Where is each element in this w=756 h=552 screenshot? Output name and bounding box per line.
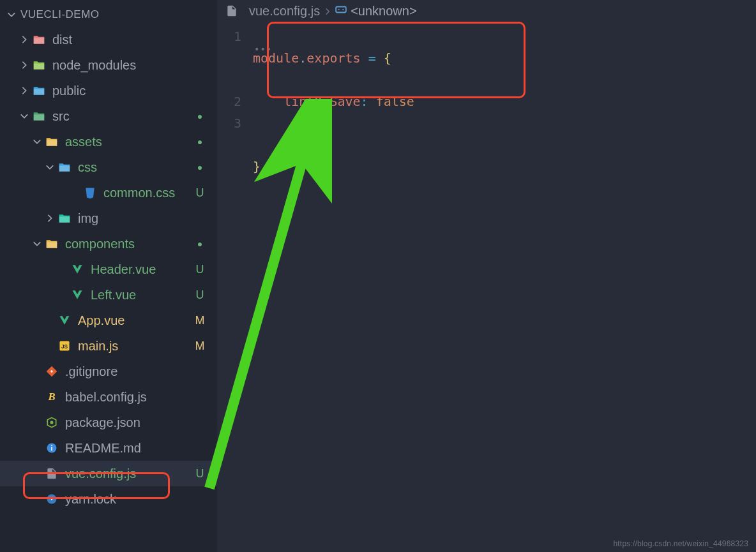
tree-item-label: yarn.lock [65,492,193,507]
tree-item-label: main.js [78,339,193,354]
file-vue-icon [69,288,86,302]
tree-item-label: dist [52,33,193,47]
folder-css-icon [56,160,73,174]
editor: vue.config.js <unknown> ••• 1 module.exp… [217,0,756,552]
tree-item-label: App.vue [78,313,193,328]
tree-item-main-js[interactable]: JSmain.jsM [0,333,217,359]
breadcrumb-file: vue.config.js [249,4,320,19]
code-area[interactable]: ••• 1 module.exports = { 2 lintOnSave: f… [217,22,756,199]
git-status-badge: ● [193,239,207,249]
watermark: https://blog.csdn.net/weixin_44968323 [613,539,748,548]
file-babel-icon: B [43,390,60,404]
file-js-icon: JS [56,339,73,353]
file-config-icon [223,4,240,18]
svg-text:B: B [47,391,55,403]
chevron-down-icon [18,112,31,121]
tree-item--gitignore[interactable]: .gitignore [0,359,217,384]
tree-item-label: Header.vue [91,262,193,277]
git-status-badge: M [193,314,207,327]
file-css-icon [82,186,98,200]
tree-item-components[interactable]: components● [0,231,217,257]
tree-item-label: assets [65,135,193,149]
svg-rect-9 [336,6,346,12]
tree-item-vue-config-js[interactable]: vue.config.jsU [0,461,217,486]
file-git-icon [43,364,60,378]
git-status-badge: ● [193,162,207,172]
folder-assets-icon [43,135,60,149]
breadcrumb[interactable]: vue.config.js <unknown> [217,0,756,22]
folder-public-icon [31,84,47,98]
module-icon [335,4,347,19]
chevron-right-icon [324,4,331,19]
tree-item-label: .gitignore [65,364,193,379]
file-info-icon [43,441,60,455]
chevron-down-icon [43,163,56,172]
chevron-right-icon [43,214,56,223]
file-npm-icon [43,415,60,429]
tree-item-label: node_modules [52,58,193,73]
svg-point-10 [338,8,340,10]
git-status-badge: U [193,288,207,302]
tree-item-package-json[interactable]: package.json [0,410,217,435]
file-config-icon [43,466,60,481]
tree-item-left-vue[interactable]: Left.vueU [0,282,217,308]
file-tree: distnode_modulespublicsrc●assets●css●com… [0,26,217,512]
tree-item-public[interactable]: public [0,78,217,103]
git-status-badge: U [193,186,207,200]
tree-item-label: img [78,211,193,226]
tree-item-common-css[interactable]: common.cssU [0,180,217,205]
git-status-badge: U [193,263,207,276]
file-vue-icon [56,313,73,327]
folder-components-icon [43,237,60,251]
folder-dist-icon [31,33,47,47]
tree-item-src[interactable]: src● [0,103,217,129]
project-header[interactable]: VUECLI-DEMO [0,4,217,26]
breadcrumb-symbol: <unknown> [351,4,416,19]
tree-item-yarn-lock[interactable]: yarn.lock [0,486,217,512]
tree-item-label: css [78,160,193,175]
folder-modules-icon [31,58,47,72]
svg-rect-7 [51,445,52,446]
chevron-down-icon [31,137,43,146]
tree-item-label: vue.config.js [65,466,193,481]
svg-text:JS: JS [61,343,68,350]
tree-item-label: components [65,237,193,251]
tree-item-label: README.md [65,441,193,456]
chevron-right-icon [18,86,31,95]
tree-item-readme-md[interactable]: README.md [0,435,217,461]
svg-rect-6 [51,447,52,451]
git-status-badge: M [193,339,207,353]
svg-point-2 [50,370,52,372]
tree-item-label: common.css [103,186,193,200]
chevron-right-icon [18,61,31,70]
file-yarn-icon [43,492,60,506]
folder-src-icon [31,109,47,123]
file-explorer: VUECLI-DEMO distnode_modulespublicsrc●as… [0,0,217,552]
tree-item-label: src [52,109,193,124]
tree-item-header-vue[interactable]: Header.vueU [0,257,217,282]
folder-img-icon [56,211,73,225]
tree-item-label: public [52,84,193,98]
line-number: 3 [217,112,253,199]
chevron-right-icon [18,35,31,44]
project-name: VUECLI-DEMO [20,8,100,21]
line-number: 1 [217,26,253,91]
file-vue-icon [69,262,86,276]
git-status-badge: ● [193,137,207,147]
git-status-badge: ● [193,111,207,121]
chevron-down-icon [31,239,43,248]
svg-point-11 [342,8,344,10]
tree-item-node-modules[interactable]: node_modules [0,52,217,78]
tree-item-dist[interactable]: dist [0,27,217,52]
tree-item-label: package.json [65,415,193,430]
line-number: 2 [217,91,253,112]
tree-item-css[interactable]: css● [0,154,217,180]
tree-item-assets[interactable]: assets● [0,129,217,154]
tree-item-img[interactable]: img [0,205,217,231]
tree-item-babel-config-js[interactable]: Bbabel.config.js [0,384,217,410]
tree-item-label: Left.vue [91,288,193,302]
git-status-badge: U [193,467,207,481]
tree-item-app-vue[interactable]: App.vueM [0,308,217,333]
svg-point-4 [50,421,54,424]
chevron-down-icon [5,10,18,19]
